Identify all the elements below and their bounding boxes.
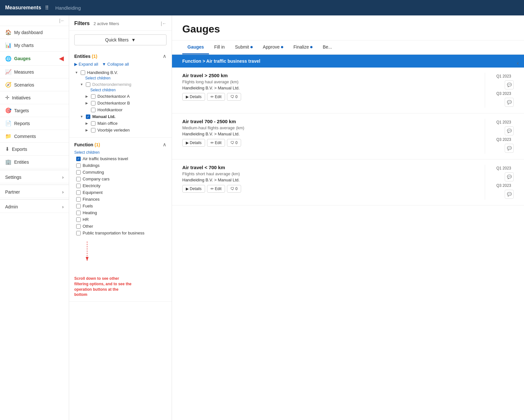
sidebar-section-settings[interactable]: Settings › [0,171,69,183]
function-checkbox-other[interactable] [76,224,81,229]
gauge-row-2: Air travel < 700 km Flights short haul a… [182,165,514,200]
q1-comment-0[interactable]: 💬 [505,80,514,89]
tree-toggle-handleiding[interactable]: ▼ [74,70,79,75]
q3-comment-2[interactable]: 💬 [505,190,514,199]
gauge-main-0: Air travel > 2500 km Flights long haul a… [182,73,485,108]
function-checkbox-heating[interactable] [76,211,81,215]
tab-be[interactable]: Be... [318,41,337,54]
q3-comment-0[interactable]: 💬 [505,98,514,107]
function-checkbox-equipment[interactable] [76,190,81,195]
function-label-other: Other [83,224,93,229]
function-item-buildings: Buildings [74,162,167,169]
function-checkbox-company-cars[interactable] [76,177,81,181]
function-label-buildings: Buildings [83,163,100,168]
function-checkbox-commuting[interactable] [76,170,81,175]
tree-checkbox-manual-checked[interactable] [86,114,90,119]
details-btn-1[interactable]: ▶ Details [182,139,205,147]
entities-count: (1) [92,54,97,59]
details-btn-2[interactable]: ▶ Details [182,185,205,193]
details-btn-0[interactable]: ▶ Details [182,93,205,101]
function-label-company-cars: Company cars [83,177,110,181]
function-checkbox-public-transport[interactable] [76,231,81,235]
sidebar-item-scenarios[interactable]: 🧭 Scenarios [0,78,69,91]
handleiding-link[interactable]: Handleiding [55,5,81,11]
sidebar-item-entities[interactable]: 🏢 Entities [0,156,69,169]
sidebar-partner-label: Partner [5,189,20,195]
gauge-subtitle-2: Flights short haul average (km) [182,171,485,176]
q1-comment-2[interactable]: 💬 [505,172,514,181]
tree-toggle-dk-a[interactable]: ▶ [85,94,89,99]
function-checkbox-buildings[interactable] [76,163,81,168]
comment-btn-0[interactable]: 🗨 0 [227,93,241,101]
tree-checkbox-voorbije[interactable] [91,128,95,132]
function-checkbox-air-traffic[interactable] [76,157,81,161]
filter-collapse-btn[interactable]: |← [161,21,167,26]
tree-toggle-voorbije[interactable]: ▶ [85,128,89,132]
sidebar-item-reports[interactable]: 📄 Reports [0,117,69,130]
edit-btn-2[interactable]: ✏ Edit [207,185,225,193]
select-children-function[interactable]: Select children [74,150,167,155]
tree-checkbox-hk[interactable] [91,108,95,112]
function-label-electricity: Electricity [83,183,101,188]
function-toggle[interactable]: ∧ [163,142,167,148]
collapse-icon: |← [59,18,65,23]
sidebar-item-my-dashboard[interactable]: 🏠 My dashboard [0,26,69,39]
edit-btn-0[interactable]: ✏ Edit [207,93,225,101]
select-children-handleiding[interactable]: Select children [85,76,167,80]
collapse-content-btn[interactable]: ‹ [517,60,519,67]
grid-icon[interactable]: ⠿ [45,5,49,11]
comment-btn-1[interactable]: 🗨 0 [227,139,241,147]
tabs-row: Gauges Fill in Submit Approve Finalize B… [172,41,524,55]
tab-approve[interactable]: Approve [258,41,288,54]
function-item-hr: HR [74,216,167,223]
function-count: (1) [95,142,100,147]
select-children-dochter[interactable]: Select children [90,88,167,92]
function-checkbox-finances[interactable] [76,197,81,202]
tree-toggle-dk-b[interactable]: ▶ [85,101,89,105]
function-checkbox-hr[interactable] [76,217,81,222]
scroll-annotation-svg [74,242,139,274]
tree-toggle-dochter[interactable]: ▼ [79,82,84,87]
gauge-title-2: Air travel < 700 km [182,165,485,170]
expand-all-link[interactable]: ▶ Expand all [74,62,98,67]
tab-gauges[interactable]: Gauges [182,41,209,54]
charts-icon: 📊 [5,42,12,48]
q1-comment-1[interactable]: 💬 [505,126,514,135]
comment-btn-2[interactable]: 🗨 0 [227,185,241,193]
gauge-actions-0: ▶ Details ✏ Edit 🗨 0 [182,93,485,101]
collapse-all-link[interactable]: ▼ Collapse all [102,62,129,67]
sidebar-section-admin[interactable]: Admin › [0,201,69,213]
sidebar-item-targets[interactable]: 🎯 Targets [0,104,69,117]
sidebar-item-exports[interactable]: ⬇ Exports [0,143,69,156]
entities-toggle[interactable]: ∧ [163,53,167,59]
tree-toggle-main-office[interactable]: ▶ [85,121,89,126]
sidebar-settings-label: Settings [5,175,22,180]
gauge-main-1: Air travel 700 - 2500 km Medium-haul fli… [182,119,485,154]
function-item-fuels: Fuels [74,203,167,209]
tree-checkbox-handleiding[interactable] [81,70,85,75]
sidebar-item-my-charts[interactable]: 📊 My charts [0,39,69,52]
sidebar-item-comments[interactable]: 📁 Comments [0,130,69,143]
tab-submit[interactable]: Submit [230,41,258,54]
gauge-subtitle-0: Flights long haul average (km) [182,79,485,84]
edit-btn-1[interactable]: ✏ Edit [207,139,225,147]
tree-checkbox-dk-a[interactable] [91,94,95,99]
q3-comment-1[interactable]: 💬 [505,144,514,153]
function-checkbox-fuels[interactable] [76,204,81,208]
sidebar-item-gauges[interactable]: 🌐 Gauges ◀ [0,52,69,66]
tab-fill-in[interactable]: Fill in [209,41,230,54]
sidebar-item-measures[interactable]: 📈 Measures [0,66,69,78]
tree-label-main-office: Main office [97,121,118,126]
tree-toggle-manual[interactable]: ▼ [79,114,84,119]
tree-checkbox-main-office[interactable] [91,121,95,126]
tree-checkbox-dochter[interactable] [86,82,90,87]
sidebar-item-initiatives[interactable]: ✛ Initiatives [0,91,69,104]
sidebar-collapse-btn[interactable]: |← [0,15,69,26]
reports-icon: 📄 [5,120,12,126]
gauge-path-2: Handleiding B.V. > Manual Ltd. [182,178,485,182]
tree-checkbox-dk-b[interactable] [91,101,95,105]
tab-finalize[interactable]: Finalize [288,41,318,54]
function-checkbox-electricity[interactable] [76,184,81,188]
sidebar-section-partner[interactable]: Partner › [0,186,69,198]
quick-filters-button[interactable]: Quick filters ▼ [74,34,167,45]
